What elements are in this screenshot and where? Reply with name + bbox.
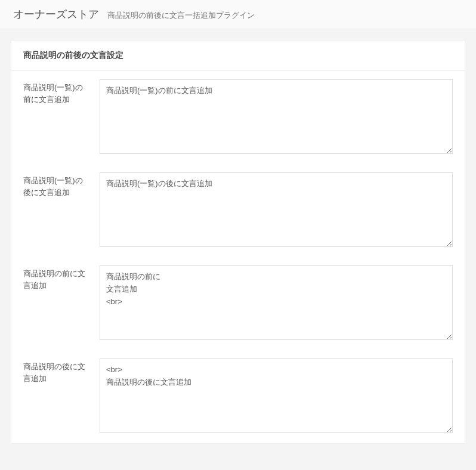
page-title: オーナーズストア: [13, 7, 99, 21]
field-detail-after: 商品説明の後に文言追加 <br> 商品説明の後に文言追加: [11, 350, 465, 443]
field-input-wrap: <br> 商品説明の後に文言追加: [100, 358, 453, 435]
textarea-list-after[interactable]: 商品説明(一覧)の後に文言追加: [100, 172, 453, 247]
textarea-detail-after[interactable]: <br> 商品説明の後に文言追加: [100, 358, 453, 433]
field-label: 商品説明(一覧)の前に文言追加: [23, 79, 89, 105]
field-input-wrap: 商品説明(一覧)の後に文言追加: [100, 172, 453, 249]
field-detail-before: 商品説明の前に文言追加 商品説明の前に 文言追加 <br>: [11, 257, 465, 350]
page-header: オーナーズストア 商品説明の前後に文言一括追加プラグイン: [0, 0, 476, 29]
card-header: 商品説明の前後の文言設定: [11, 41, 465, 71]
field-label: 商品説明の後に文言追加: [23, 358, 89, 384]
settings-card: 商品説明の前後の文言設定 商品説明(一覧)の前に文言追加 商品説明(一覧)の前に…: [11, 40, 465, 444]
field-input-wrap: 商品説明(一覧)の前に文言追加: [100, 79, 453, 156]
textarea-list-before[interactable]: 商品説明(一覧)の前に文言追加: [100, 79, 453, 154]
field-list-after: 商品説明(一覧)の後に文言追加 商品説明(一覧)の後に文言追加: [11, 164, 465, 257]
field-label: 商品説明の前に文言追加: [23, 265, 89, 291]
card-body: 商品説明(一覧)の前に文言追加 商品説明(一覧)の前に文言追加 商品説明(一覧)…: [11, 71, 465, 443]
field-list-before: 商品説明(一覧)の前に文言追加 商品説明(一覧)の前に文言追加: [11, 71, 465, 164]
card-title: 商品説明の前後の文言設定: [23, 50, 453, 61]
field-label: 商品説明(一覧)の後に文言追加: [23, 172, 89, 198]
textarea-detail-before[interactable]: 商品説明の前に 文言追加 <br>: [100, 265, 453, 340]
field-input-wrap: 商品説明の前に 文言追加 <br>: [100, 265, 453, 342]
page-subtitle: 商品説明の前後に文言一括追加プラグイン: [107, 10, 255, 21]
